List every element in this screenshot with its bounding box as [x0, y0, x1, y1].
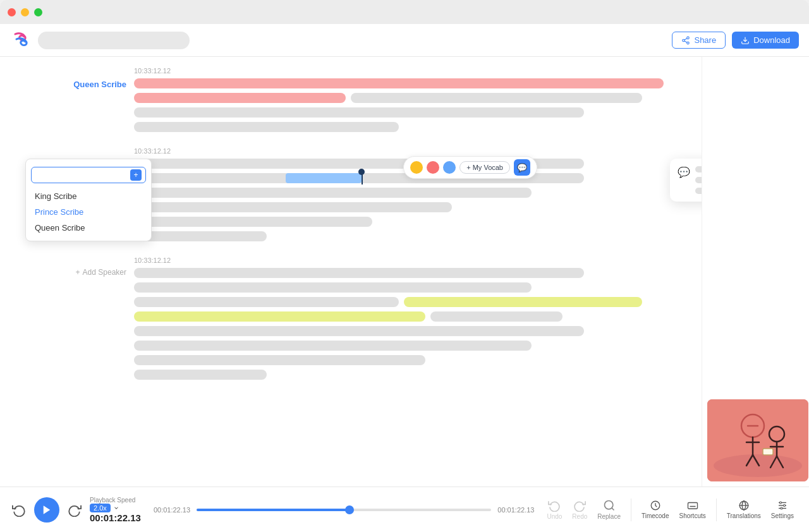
bottom-bar: Playback Speed 2.0x 00:01:22.13 00:01:22… [0, 487, 809, 532]
add-speaker-area: + Add Speaker [25, 268, 126, 277]
speed-chevron-icon [113, 505, 119, 511]
thumbnail-art [707, 399, 808, 481]
section-row-2: + King Scribe Prince Scribe Queen Scribe [25, 159, 664, 241]
line-pair [134, 297, 664, 307]
line [134, 355, 425, 365]
replace-control[interactable]: Replace [597, 499, 621, 520]
play-button[interactable] [34, 497, 59, 523]
playback-speed-label: Playback Speed [90, 497, 135, 504]
highlight-red-button[interactable] [427, 161, 439, 174]
line [134, 93, 346, 103]
redo-control[interactable]: Redo [572, 499, 587, 520]
speaker-dropdown[interactable]: + King Scribe Prince Scribe Queen Scribe [25, 159, 152, 241]
svg-point-2 [687, 42, 690, 44]
titlebar [0, 0, 809, 24]
comment-line [695, 166, 702, 172]
play-icon [41, 504, 52, 516]
add-vocab-button[interactable]: + My Vocab [459, 161, 510, 174]
line [134, 231, 267, 241]
comment-line [695, 188, 702, 194]
formatting-toolbar: + My Vocab 💬 [403, 156, 537, 179]
speed-row: 2.0x [90, 504, 119, 512]
translations-label: Translations [727, 512, 761, 519]
translations-control[interactable]: Translations [727, 500, 761, 519]
svg-point-32 [781, 507, 782, 509]
speaker-queen[interactable]: Queen Scribe [25, 78, 126, 89]
time-start: 00:01:22.13 [154, 506, 190, 514]
editor-area: 10:33:12.12 Queen Scribe [0, 57, 702, 487]
line [430, 311, 563, 322]
settings-label: Settings [771, 512, 794, 519]
timecode-label: Timecode [642, 512, 669, 519]
section-row-3: + Add Speaker [25, 268, 664, 380]
dropdown-add-button[interactable]: + [130, 169, 142, 181]
timecode-control[interactable]: Timecode [642, 500, 669, 519]
timecode-display: 00:01:22.13 [90, 512, 141, 523]
download-icon [741, 36, 750, 45]
extra-controls: Translations Settings [727, 500, 794, 519]
lines-unknown [134, 268, 664, 380]
download-button[interactable]: Download [732, 32, 799, 49]
search-icon [603, 499, 616, 512]
progress-area: 00:01:22.13 00:01:22.13 [141, 506, 547, 514]
redo-label: Redo [572, 513, 587, 520]
line [134, 78, 664, 88]
section-unknown: 10:33:12.12 + Add Speaker [25, 257, 664, 380]
svg-point-9 [714, 454, 802, 477]
close-button[interactable] [8, 8, 16, 16]
comment-icon: 💬 [678, 166, 690, 178]
plus-icon: + [76, 268, 80, 277]
dropdown-item-queen[interactable]: Queen Scribe [26, 220, 151, 236]
dropdown-search[interactable]: + [31, 167, 146, 183]
search-bar[interactable] [38, 32, 190, 49]
forward-button[interactable] [66, 501, 83, 519]
lines-prince: + My Vocab 💬 [134, 159, 664, 241]
minimize-button[interactable] [21, 8, 29, 16]
svg-rect-19 [763, 449, 773, 455]
comment-content: 💬 [678, 166, 702, 194]
header: Share Download [0, 24, 809, 57]
line [134, 341, 532, 351]
share-button[interactable]: Share [672, 32, 726, 49]
share-icon [681, 36, 690, 45]
section-prince: 10:33:12.12 + King Scribe Prince Scribe [25, 147, 664, 241]
maximize-button[interactable] [34, 8, 42, 16]
lines-queen [134, 78, 664, 132]
progress-bar[interactable] [197, 509, 491, 511]
line-with-selection [134, 173, 664, 183]
svg-point-31 [783, 505, 785, 507]
line [134, 370, 267, 380]
line [134, 268, 584, 278]
svg-point-1 [683, 39, 685, 42]
line-yellow [404, 297, 642, 307]
highlight-blue-button[interactable] [443, 161, 456, 174]
section-row-1: Queen Scribe [25, 78, 664, 132]
timestamp-3: 10:33:12.12 [134, 257, 664, 264]
cursor-handle [358, 169, 365, 175]
line-pair [134, 93, 664, 103]
undo-control[interactable]: Undo [547, 499, 562, 520]
settings-control[interactable]: Settings [771, 500, 794, 519]
dropdown-item-prince[interactable]: Prince Scribe [26, 204, 151, 220]
settings-icon [777, 500, 788, 511]
player-controls [10, 497, 83, 523]
dropdown-item-king[interactable]: King Scribe [26, 188, 151, 204]
highlight-yellow-button[interactable] [410, 161, 423, 174]
shortcuts-control[interactable]: Shortcuts [679, 500, 706, 519]
right-controls: Undo Redo Replace Timecode [547, 499, 799, 521]
edit-controls: Undo Redo Replace [547, 499, 621, 520]
rewind-button[interactable] [10, 501, 28, 519]
add-comment-button[interactable]: 💬 [514, 159, 530, 176]
line [134, 188, 532, 198]
view-controls: Timecode Shortcuts [642, 500, 706, 519]
line [134, 217, 372, 227]
comment-line [695, 177, 702, 183]
speed-badge[interactable]: 2.0x [90, 504, 111, 512]
video-panel [702, 57, 809, 487]
progress-thumb[interactable] [345, 505, 354, 514]
add-speaker-button[interactable]: + Add Speaker [25, 268, 126, 277]
video-thumbnail[interactable] [707, 399, 808, 481]
line [134, 326, 584, 336]
dropdown-search-input[interactable] [35, 171, 130, 179]
header-right: Share Download [672, 32, 799, 49]
